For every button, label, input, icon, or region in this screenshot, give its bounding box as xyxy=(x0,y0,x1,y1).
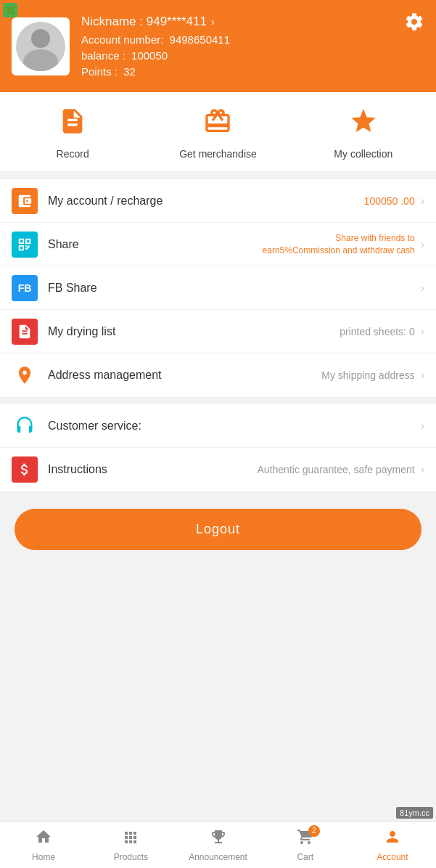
nickname-text: Nickname : 949****411 xyxy=(81,15,207,29)
home-svg xyxy=(35,828,52,846)
address-title: Address management xyxy=(48,369,321,382)
points-label: Points : xyxy=(81,65,118,78)
star-icon xyxy=(349,107,378,136)
drying-chevron: › xyxy=(421,325,424,338)
fb-share-item[interactable]: FB FB Share › xyxy=(0,266,436,310)
customer-service-chevron: › xyxy=(421,419,424,433)
quick-item-collection[interactable]: My collection xyxy=(291,107,436,160)
address-right: My shipping address › xyxy=(321,369,424,382)
wallet-svg xyxy=(17,193,33,209)
account-right: 100050 .00 › xyxy=(364,195,424,208)
drying-value: printed sheets: 0 xyxy=(340,326,415,337)
announcement-icon xyxy=(210,828,227,850)
instructions-chevron: › xyxy=(421,463,424,476)
collection-icon xyxy=(349,107,378,142)
customer-service-title: Customer service: xyxy=(48,419,418,433)
instructions-right: Authentic guarantee, safe payment › xyxy=(258,463,424,476)
cart-icon: 2 xyxy=(297,828,314,850)
qr-svg xyxy=(17,237,33,253)
drying-right: printed sheets: 0 › xyxy=(340,325,424,338)
nav-home[interactable]: Home xyxy=(0,822,87,868)
address-item[interactable]: Address management My shipping address › xyxy=(0,353,436,397)
service-list-section: Customer service: › Instructions Authent… xyxy=(0,404,436,491)
fb-chevron: › xyxy=(421,282,424,295)
fb-share-right: › xyxy=(418,282,424,295)
account-svg xyxy=(384,828,401,846)
cart-badge: 2 xyxy=(308,825,320,837)
headset-icon xyxy=(12,413,38,439)
avatar[interactable] xyxy=(12,17,70,75)
nickname-arrow: › xyxy=(211,16,215,28)
document-icon xyxy=(58,107,87,136)
nickname-row[interactable]: Nickname : 949****411 › xyxy=(81,15,424,29)
products-label: Products xyxy=(114,852,148,862)
home-label: Home xyxy=(32,852,55,862)
logout-section: Logout xyxy=(0,491,436,568)
quick-item-record[interactable]: Record xyxy=(0,107,145,160)
share-item[interactable]: Share Share with friends to earn5%Commis… xyxy=(0,223,436,266)
watermark: 81ym.cc xyxy=(396,807,433,819)
record-icon xyxy=(58,107,87,142)
account-label: Account number: xyxy=(81,33,163,46)
account-value: 100050 .00 xyxy=(364,195,415,207)
account-number: 9498650411 xyxy=(170,33,230,46)
logout-button[interactable]: Logout xyxy=(15,509,421,550)
balance-row: balance : 100050 xyxy=(81,49,424,62)
share-title: Share xyxy=(48,238,255,251)
account-row: Account number: 9498650411 xyxy=(81,33,424,46)
drying-icon xyxy=(12,319,38,345)
money-icon xyxy=(12,456,38,483)
nav-announcement[interactable]: Announcement xyxy=(174,822,261,868)
customer-service-right: › xyxy=(418,419,424,433)
my-account-item[interactable]: My account / recharge 100050 .00 › xyxy=(0,179,436,223)
share-subtitle: Share with friends to earn5%Commission a… xyxy=(255,232,415,257)
points-row: Points : 32 xyxy=(81,65,424,78)
nav-account[interactable]: Account xyxy=(349,822,436,868)
address-value: My shipping address xyxy=(321,369,414,381)
gear-icon xyxy=(404,12,424,32)
instructions-title: Instructions xyxy=(48,463,258,476)
trophy-svg xyxy=(210,828,227,846)
points-value: 32 xyxy=(123,65,136,78)
drying-title: My drying list xyxy=(48,325,340,338)
location-icon xyxy=(12,362,38,388)
drying-list-item[interactable]: My drying list printed sheets: 0 › xyxy=(0,310,436,353)
header: Nickname : 949****411 › Account number: … xyxy=(0,0,436,92)
products-icon xyxy=(122,828,139,850)
announcement-label: Announcement xyxy=(189,852,247,862)
nav-products[interactable]: Products xyxy=(87,822,174,868)
instructions-item[interactable]: Instructions Authentic guarantee, safe p… xyxy=(0,448,436,491)
merchandise-label: Get merchandise xyxy=(179,148,257,160)
fb-share-title: FB Share xyxy=(48,282,418,295)
nav-cart[interactable]: 2 Cart xyxy=(262,822,349,868)
avatar-image xyxy=(16,22,65,71)
account-title: My account / recharge xyxy=(48,195,364,208)
fb-icon: FB xyxy=(12,275,38,301)
balance-label: balance : xyxy=(81,49,126,62)
products-svg xyxy=(122,828,139,846)
user-info: Nickname : 949****411 › Account number: … xyxy=(81,15,424,78)
settings-button[interactable] xyxy=(404,12,424,35)
account-nav-icon xyxy=(384,828,401,850)
address-chevron: › xyxy=(421,369,424,382)
share-right: Share with friends to earn5%Commission a… xyxy=(255,232,424,257)
quick-item-merchandise[interactable]: Get merchandise xyxy=(145,107,290,160)
cart-label: Cart xyxy=(297,852,313,862)
balance-value: 100050 xyxy=(131,49,168,62)
home-icon xyxy=(35,828,52,850)
account-nav-label: Account xyxy=(377,852,408,862)
qr-icon xyxy=(12,232,38,258)
drying-svg xyxy=(17,324,33,340)
bottom-navigation: Home Products Announcement 2 Cart xyxy=(0,821,436,868)
wallet-icon xyxy=(12,188,38,214)
fb-text: FB xyxy=(18,282,32,294)
leaf-icon xyxy=(12,17,17,18)
account-chevron: › xyxy=(421,195,424,208)
quick-menu: Record Get merchandise My collection xyxy=(0,92,436,172)
record-label: Record xyxy=(57,148,89,160)
customer-service-item[interactable]: Customer service: › xyxy=(0,404,436,448)
merchandise-icon xyxy=(203,107,232,142)
share-chevron: › xyxy=(421,238,424,251)
headset-svg xyxy=(15,416,35,436)
collection-label: My collection xyxy=(334,148,392,160)
